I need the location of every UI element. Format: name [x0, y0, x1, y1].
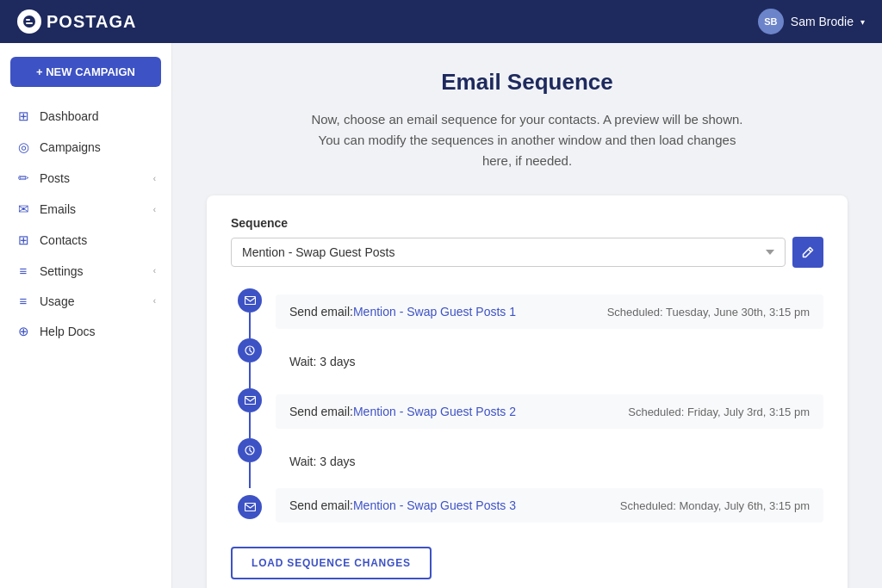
- scheduled-text: Scheduled: Friday, July 3rd, 3:15 pm: [628, 405, 810, 418]
- timeline-left: [231, 388, 269, 438]
- sidebar: + NEW CAMPAIGN ⊞ Dashboard ◎ Campaigns ✏…: [0, 43, 172, 588]
- sequence-card: Sequence Mention - Swap Guest Posts: [207, 195, 848, 588]
- sequence-selector-row: Mention - Swap Guest Posts: [231, 237, 823, 268]
- step-label: Send email:Mention - Swap Guest Posts 2: [289, 405, 516, 418]
- svg-rect-3: [245, 297, 255, 305]
- page-title: Email Sequence: [207, 69, 848, 96]
- chevron-down-icon: ▾: [860, 17, 865, 27]
- sidebar-item-label: Settings: [40, 264, 145, 278]
- avatar: SB: [758, 9, 784, 34]
- sequence-select[interactable]: Mention - Swap Guest Posts: [231, 238, 786, 267]
- step-content: Send email:Mention - Swap Guest Posts 2 …: [276, 394, 823, 429]
- sidebar-item-dashboard[interactable]: ⊞ Dashboard: [0, 101, 171, 132]
- timeline-item: Wait: 3 days: [231, 338, 823, 388]
- usage-icon: ≡: [16, 294, 31, 308]
- timeline-connector: [249, 362, 251, 388]
- email-icon: [238, 288, 262, 313]
- step-label: Send email:Mention - Swap Guest Posts 3: [289, 498, 516, 512]
- new-campaign-button[interactable]: + NEW CAMPAIGN: [10, 57, 161, 87]
- page-description: Now, choose an email sequence for your c…: [303, 109, 751, 171]
- wait-label: Wait: 3 days: [289, 455, 356, 468]
- logo: POSTAGA: [17, 9, 136, 34]
- step-label: Send email:Mention - Swap Guest Posts 1: [289, 305, 516, 319]
- timeline-left: [231, 495, 269, 519]
- wait-content: Wait: 3 days: [276, 348, 823, 375]
- top-nav: POSTAGA SB Sam Brodie ▾: [0, 0, 882, 43]
- timeline-left: [231, 288, 269, 338]
- sequence-link[interactable]: Mention - Swap Guest Posts 1: [353, 305, 516, 319]
- timeline-item: Send email:Mention - Swap Guest Posts 3 …: [231, 488, 823, 526]
- posts-icon: ✏: [16, 170, 31, 186]
- chevron-icon: ‹: [153, 174, 156, 183]
- step-content: Send email:Mention - Swap Guest Posts 1 …: [276, 294, 823, 329]
- chevron-icon: ‹: [153, 205, 156, 214]
- wait-label: Wait: 3 days: [289, 355, 356, 368]
- sidebar-item-label: Contacts: [40, 233, 156, 247]
- timeline-connector: [249, 412, 251, 438]
- svg-rect-7: [245, 504, 255, 511]
- user-name: Sam Brodie: [791, 15, 854, 28]
- main-content: Email Sequence Now, choose an email sequ…: [172, 43, 882, 588]
- chevron-icon: ‹: [153, 266, 156, 275]
- timeline-connector: [249, 313, 251, 338]
- dashboard-icon: ⊞: [16, 108, 31, 124]
- logo-icon: [17, 9, 41, 34]
- user-menu[interactable]: SB Sam Brodie ▾: [758, 9, 865, 34]
- sidebar-item-posts[interactable]: ✏ Posts ‹: [0, 163, 171, 194]
- timeline-item: Wait: 3 days: [231, 438, 823, 488]
- svg-point-0: [23, 15, 35, 28]
- sidebar-item-emails[interactable]: ✉ Emails ‹: [0, 194, 171, 225]
- timeline-connector: [249, 462, 251, 488]
- step-content: Send email:Mention - Swap Guest Posts 3 …: [276, 488, 823, 523]
- sidebar-item-label: Dashboard: [40, 109, 156, 123]
- wait-icon: [238, 438, 262, 462]
- sequence-label: Sequence: [231, 216, 823, 230]
- sidebar-item-label: Posts: [40, 171, 145, 185]
- scheduled-text: Scheduled: Monday, July 6th, 3:15 pm: [620, 499, 810, 512]
- help-icon: ⊕: [16, 324, 31, 339]
- svg-rect-1: [26, 19, 30, 21]
- email-icon: [238, 388, 262, 412]
- edit-icon: [802, 246, 814, 258]
- sequence-link[interactable]: Mention - Swap Guest Posts 2: [353, 405, 516, 418]
- svg-rect-2: [26, 22, 33, 24]
- sidebar-item-label: Campaigns: [40, 140, 156, 154]
- sequence-timeline: Send email:Mention - Swap Guest Posts 1 …: [231, 288, 823, 526]
- scheduled-text: Scheduled: Tuesday, June 30th, 3:15 pm: [607, 306, 810, 319]
- timeline-left: [231, 438, 269, 488]
- load-sequence-button[interactable]: LOAD SEQUENCE CHANGES: [231, 547, 432, 579]
- sidebar-item-help[interactable]: ⊕ Help Docs: [0, 316, 171, 347]
- sidebar-item-settings[interactable]: ≡ Settings ‹: [0, 256, 171, 286]
- sidebar-item-label: Help Docs: [40, 325, 156, 338]
- email-icon: [238, 495, 262, 519]
- emails-icon: ✉: [16, 201, 31, 217]
- sidebar-item-label: Usage: [40, 294, 145, 308]
- settings-icon: ≡: [16, 263, 31, 278]
- sequence-link[interactable]: Mention - Swap Guest Posts 3: [353, 498, 516, 512]
- logo-text: POSTAGA: [47, 12, 136, 32]
- sidebar-item-campaigns[interactable]: ◎ Campaigns: [0, 132, 171, 163]
- sidebar-item-usage[interactable]: ≡ Usage ‹: [0, 286, 171, 316]
- edit-sequence-button[interactable]: [792, 237, 823, 268]
- wait-icon: [238, 338, 262, 362]
- timeline-item: Send email:Mention - Swap Guest Posts 1 …: [231, 288, 823, 338]
- svg-rect-5: [245, 397, 255, 405]
- contacts-icon: ⊞: [16, 232, 31, 248]
- sidebar-item-contacts[interactable]: ⊞ Contacts: [0, 225, 171, 256]
- wait-content: Wait: 3 days: [276, 448, 823, 475]
- timeline-item: Send email:Mention - Swap Guest Posts 2 …: [231, 388, 823, 438]
- timeline-left: [231, 338, 269, 388]
- campaigns-icon: ◎: [16, 139, 31, 155]
- chevron-icon: ‹: [153, 296, 156, 306]
- sidebar-item-label: Emails: [40, 202, 145, 216]
